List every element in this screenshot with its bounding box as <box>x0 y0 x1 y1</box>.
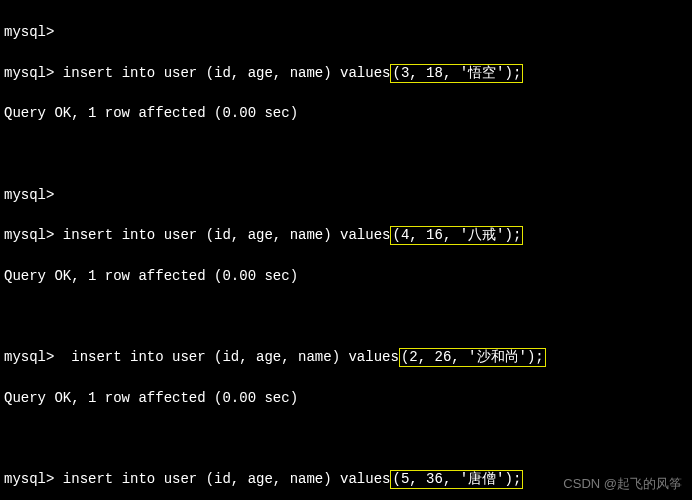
result-line-3: Query OK, 1 row affected (0.00 sec) <box>4 388 688 408</box>
insert-line-1: mysql> insert into user (id, age, name) … <box>4 63 688 83</box>
highlight-values-4: (5, 36, '唐僧'); <box>390 470 523 489</box>
result-line-2: Query OK, 1 row affected (0.00 sec) <box>4 266 688 286</box>
terminal-output: mysql> mysql> insert into user (id, age,… <box>0 0 692 500</box>
highlight-values-1: (3, 18, '悟空'); <box>390 64 523 83</box>
highlight-values-2: (4, 16, '八戒'); <box>390 226 523 245</box>
insert-line-4: mysql> insert into user (id, age, name) … <box>4 469 688 489</box>
mysql-prompt: mysql> <box>4 187 54 203</box>
insert-line-3: mysql> insert into user (id, age, name) … <box>4 347 688 367</box>
result-line-1: Query OK, 1 row affected (0.00 sec) <box>4 103 688 123</box>
mysql-prompt: mysql> <box>4 24 54 40</box>
insert-line-2: mysql> insert into user (id, age, name) … <box>4 225 688 245</box>
highlight-values-3: (2, 26, '沙和尚'); <box>399 348 546 367</box>
